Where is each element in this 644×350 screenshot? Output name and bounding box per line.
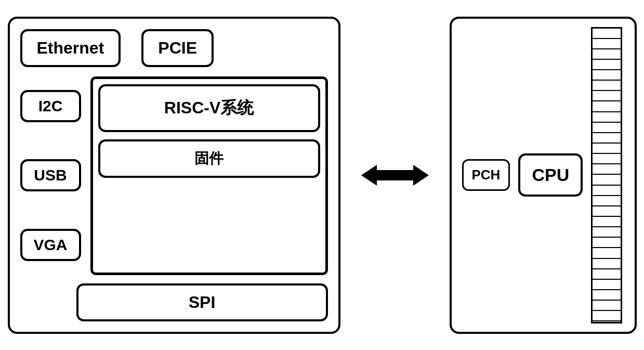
bidirectional-arrow xyxy=(361,152,429,199)
memory-line xyxy=(593,186,621,196)
right-main-box: PCH CPU xyxy=(450,17,637,334)
left-chip-column: I2C USB VGA xyxy=(20,76,81,275)
memory-line xyxy=(593,60,621,70)
memory-line xyxy=(593,144,621,154)
memory-line xyxy=(593,154,621,164)
pch-chip: PCH xyxy=(462,159,510,191)
memory-line xyxy=(593,112,621,123)
pcie-chip: PCIE xyxy=(141,29,214,67)
vga-chip: VGA xyxy=(20,229,81,261)
memory-line xyxy=(593,101,621,112)
svg-marker-1 xyxy=(361,165,377,186)
memory-line xyxy=(593,196,621,206)
memory-line xyxy=(593,91,621,101)
memory-line xyxy=(593,259,621,269)
riscv-box: RISC-V系统 xyxy=(98,84,320,132)
memory-line xyxy=(593,217,621,227)
top-row: Ethernet PCIE xyxy=(20,29,328,67)
memory-line xyxy=(593,164,621,175)
memory-line xyxy=(593,311,621,321)
memory-line xyxy=(593,39,621,49)
memory-line xyxy=(593,206,621,217)
usb-chip: USB xyxy=(20,159,81,191)
svg-marker-2 xyxy=(413,165,429,186)
firmware-box: 固件 xyxy=(98,139,320,178)
svg-rect-0 xyxy=(377,170,413,180)
bottom-row: SPI xyxy=(20,283,328,321)
memory-line xyxy=(593,175,621,185)
memory-line xyxy=(593,269,621,280)
left-main-box: Ethernet PCIE I2C USB VGA xyxy=(8,17,340,334)
memory-strip xyxy=(591,27,622,323)
middle-area: I2C USB VGA RISC-V系统 固件 xyxy=(20,76,328,275)
i2c-chip: I2C xyxy=(20,90,81,122)
pch-cpu-column: PCH CPU xyxy=(462,153,583,197)
cpu-chip: CPU xyxy=(518,153,583,197)
memory-line xyxy=(593,227,621,238)
arrow-svg xyxy=(361,152,429,199)
diagram: Ethernet PCIE I2C USB VGA xyxy=(8,17,637,334)
ethernet-chip: Ethernet xyxy=(20,29,121,67)
memory-line xyxy=(593,238,621,248)
memory-line xyxy=(593,133,621,144)
memory-line xyxy=(593,49,621,60)
memory-line xyxy=(593,81,621,91)
memory-line xyxy=(593,123,621,133)
memory-line xyxy=(593,280,621,290)
inner-system-container: RISC-V系统 固件 xyxy=(90,76,328,275)
memory-line xyxy=(593,290,621,301)
spi-chip: SPI xyxy=(76,283,328,321)
memory-line xyxy=(593,248,621,258)
memory-line xyxy=(593,301,621,311)
memory-line xyxy=(593,70,621,81)
memory-line xyxy=(593,29,621,39)
